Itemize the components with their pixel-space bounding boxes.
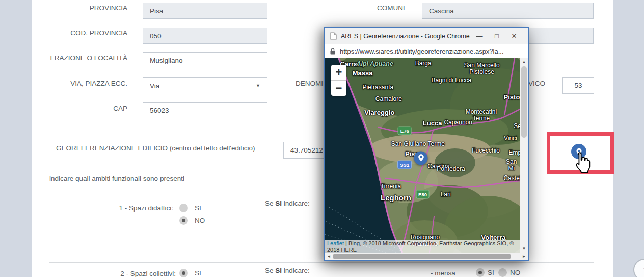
scroll-left-icon[interactable]: ◄ bbox=[325, 253, 333, 260]
cod-provincia-label: COD. PROVINCIA bbox=[49, 29, 127, 37]
map-label-san-marcello-pistoiese: San Marcello Pistoiese bbox=[464, 62, 500, 75]
via-select[interactable]: Via ▼ bbox=[143, 77, 267, 94]
spazi-didattici-si-label: SI bbox=[195, 204, 201, 212]
map-zoom-control: + − bbox=[331, 65, 346, 96]
scroll-down-icon[interactable]: ▼ bbox=[520, 245, 528, 253]
map-label-leghorn: Leghorn bbox=[381, 194, 411, 201]
close-button[interactable]: ✕ bbox=[505, 32, 523, 40]
map-label-san-mi: San Mi bbox=[506, 159, 517, 172]
map-pin-icon bbox=[417, 154, 425, 162]
comune-field[interactable] bbox=[422, 3, 594, 19]
map-label-camaiore: Camaiore bbox=[375, 96, 402, 103]
map-label-e80: E80 bbox=[416, 190, 430, 199]
map-label-fucecchio: Fucecchio bbox=[472, 147, 500, 154]
frazione-label: FRAZIONE O LOCALITÀ bbox=[49, 54, 127, 62]
map-label-alpi-apuane: Alpi Apuane bbox=[356, 61, 393, 67]
horizontal-scrollbar-thumb[interactable] bbox=[333, 254, 511, 259]
map-label-massa: Massa bbox=[353, 69, 373, 76]
lock-icon bbox=[330, 48, 335, 55]
provincia-label: PROVINCIA bbox=[49, 4, 127, 12]
se-si-indicare-2: Se SI indicare: bbox=[265, 267, 310, 274]
popup-titlebar[interactable]: ARES | Georeferenziazione - Google Chrom… bbox=[325, 28, 528, 44]
page-background-right bbox=[613, 0, 644, 277]
minimize-button[interactable]: — bbox=[471, 32, 488, 40]
mensa-si-radio[interactable] bbox=[476, 268, 485, 277]
georeferenziazione-popup-window[interactable]: ARES | Georeferenziazione - Google Chrom… bbox=[324, 27, 529, 261]
scroll-right-icon[interactable]: ► bbox=[520, 253, 528, 260]
map-label-pietrasanta: Pietrasanta bbox=[362, 84, 393, 91]
cap-field[interactable] bbox=[143, 102, 267, 118]
spazi-didattici-no-label: NO bbox=[195, 217, 205, 224]
via-label: VIA, PIAZZA ECC. bbox=[49, 80, 127, 87]
map-label-pistoia: Pistoia bbox=[504, 94, 520, 100]
map-label-se: Se bbox=[514, 123, 520, 130]
vertical-scrollbar[interactable]: ▲ ▼ bbox=[520, 58, 528, 253]
scroll-up-icon[interactable]: ▲ bbox=[520, 58, 528, 66]
spazi-collettivi-label: 2 - Spazi collettivi: bbox=[79, 270, 176, 277]
frazione-field[interactable] bbox=[143, 52, 267, 68]
map-label-castelfio: Castelfio bbox=[503, 175, 520, 182]
provincia-field[interactable] bbox=[143, 3, 267, 19]
leaflet-map[interactable]: CarraraAlpi ApuaneBargaSan Marcello Pist… bbox=[325, 58, 520, 253]
zoom-in-button[interactable]: + bbox=[331, 65, 346, 81]
map-label-vinci: Vinci bbox=[504, 135, 517, 141]
comune-label: COMUNE bbox=[331, 4, 408, 12]
page-icon bbox=[330, 32, 337, 40]
spazi-collettivi-si-label: SI bbox=[195, 269, 201, 277]
divider bbox=[49, 262, 594, 263]
maximize-button[interactable]: □ bbox=[488, 32, 505, 40]
map-label-bagni-di-lucca: Bagni di Lucca bbox=[431, 77, 471, 84]
mensa-si-label: SI bbox=[488, 269, 494, 276]
map-label-lari: Lari bbox=[441, 191, 451, 198]
map-label-empo: Empo bbox=[508, 149, 520, 156]
map-location-marker bbox=[414, 151, 428, 165]
georef-label: GEOREFERENZIAZIONE EDIFICIO (centro del … bbox=[56, 144, 255, 152]
map-label-capannori: Capannori bbox=[444, 119, 472, 126]
numero-civico-field[interactable] bbox=[562, 77, 594, 94]
vertical-scrollbar-thumb[interactable] bbox=[521, 66, 527, 138]
leaflet-link[interactable]: Leaflet bbox=[327, 240, 344, 246]
spazi-didattici-no-radio[interactable] bbox=[179, 216, 188, 225]
popup-title: ARES | Georeferenziazione - Google Chrom… bbox=[341, 33, 471, 40]
mensa-no-radio[interactable] bbox=[498, 268, 507, 277]
popup-urlbar[interactable]: https://www.siares.it/utility/georeferen… bbox=[325, 44, 528, 58]
mensa-label: - mensa bbox=[431, 269, 455, 277]
map-label-barga: Barga bbox=[415, 60, 432, 66]
chevron-down-icon: ▼ bbox=[256, 83, 260, 88]
page-background-left bbox=[0, 0, 32, 277]
map-label-e76: E76 bbox=[398, 127, 412, 135]
se-si-indicare-1: Se SI indicare: bbox=[265, 199, 310, 207]
map-attribution: Leaflet | Bing, © 2018 Microsoft Corpora… bbox=[325, 240, 520, 253]
spazi-didattici-si-radio[interactable] bbox=[179, 204, 188, 212]
map-label-ss1: SS1 bbox=[397, 161, 412, 169]
horizontal-scrollbar[interactable]: ◄ ► bbox=[325, 253, 528, 260]
cod-provincia-field[interactable] bbox=[143, 28, 267, 44]
map-label-pontedera: Pontedera bbox=[437, 166, 465, 172]
via-select-value: Via bbox=[150, 82, 159, 90]
zoom-out-button[interactable]: − bbox=[331, 81, 346, 96]
mensa-no-label: NO bbox=[510, 269, 520, 276]
popup-page-body: CarraraAlpi ApuaneBargaSan Marcello Pist… bbox=[325, 58, 528, 260]
popup-url: https://www.siares.it/utility/georeferen… bbox=[340, 47, 504, 55]
spazi-collettivi-si-radio[interactable] bbox=[179, 269, 188, 277]
map-label-lucca: Lucca bbox=[423, 120, 442, 127]
map-label-viareggio: Viareggio bbox=[364, 109, 394, 116]
hand-cursor-icon bbox=[572, 152, 593, 178]
cap-label: CAP bbox=[49, 105, 127, 112]
map-label-tirrenia: Tirrenia bbox=[381, 183, 401, 190]
map-label-san-giuliano-terme: San Giuliano Terme bbox=[391, 141, 445, 147]
page: { "colors": {"highlight_red": "#e9495c",… bbox=[0, 0, 644, 277]
spazi-didattici-label: 1 - Spazi didattici: bbox=[76, 204, 173, 212]
ambiti-hint: indicare quali ambiti funzionali sono pr… bbox=[49, 174, 184, 182]
